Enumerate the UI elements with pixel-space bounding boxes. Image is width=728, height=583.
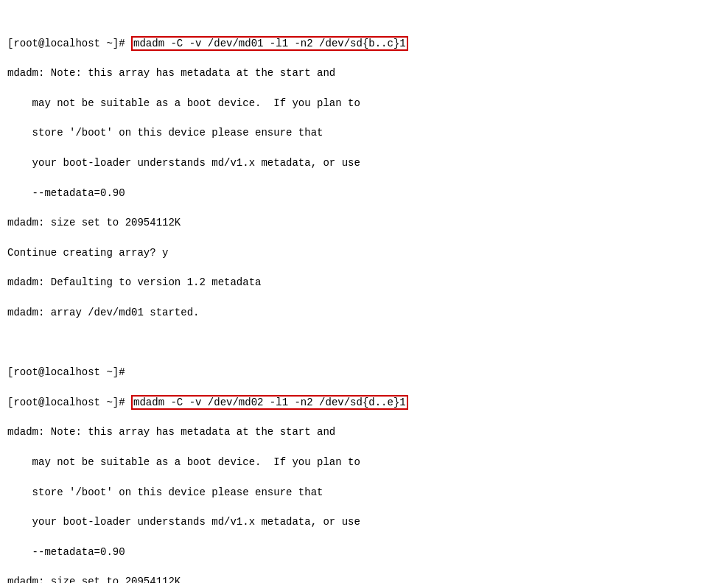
line-6: --metadata=0.90 <box>7 186 721 200</box>
line-19: mdadm: size set to 20954112K <box>7 574 721 583</box>
terminal-output: [root@localhost ~]# mdadm -C -v /dev/md0… <box>7 6 721 583</box>
line-4: store '/boot' on this device please ensu… <box>7 125 721 140</box>
line-5: your boot-loader understands md/v1.x met… <box>7 156 721 170</box>
line-1: [root@localhost ~]# mdadm -C -v /dev/md0… <box>7 36 721 51</box>
line-10: mdadm: array /dev/md01 started. <box>7 305 721 320</box>
cmd-2: mdadm -C -v /dev/md02 -l1 -n2 /dev/sd{d.… <box>131 395 408 410</box>
line-15: may not be suitable as a boot device. If… <box>7 455 721 469</box>
line-7: mdadm: size set to 20954112K <box>7 215 721 230</box>
line-8: Continue creating array? y <box>7 245 721 260</box>
line-11 <box>7 335 721 350</box>
line-2: mdadm: Note: this array has metadata at … <box>7 66 721 80</box>
line-14: mdadm: Note: this array has metadata at … <box>7 425 721 439</box>
cmd-1: mdadm -C -v /dev/md01 -l1 -n2 /dev/sd{b.… <box>131 36 408 51</box>
line-16: store '/boot' on this device please ensu… <box>7 485 721 500</box>
prompt-2: [root@localhost ~]# <box>7 397 131 408</box>
line-9: mdadm: Defaulting to version 1.2 metadat… <box>7 275 721 290</box>
line-17: your boot-loader understands md/v1.x met… <box>7 514 721 529</box>
prompt-1: [root@localhost ~]# <box>7 38 131 49</box>
line-18: --metadata=0.90 <box>7 545 721 559</box>
line-3: may not be suitable as a boot device. If… <box>7 96 721 111</box>
line-13: [root@localhost ~]# mdadm -C -v /dev/md0… <box>7 395 721 410</box>
line-12: [root@localhost ~]# <box>7 365 721 380</box>
